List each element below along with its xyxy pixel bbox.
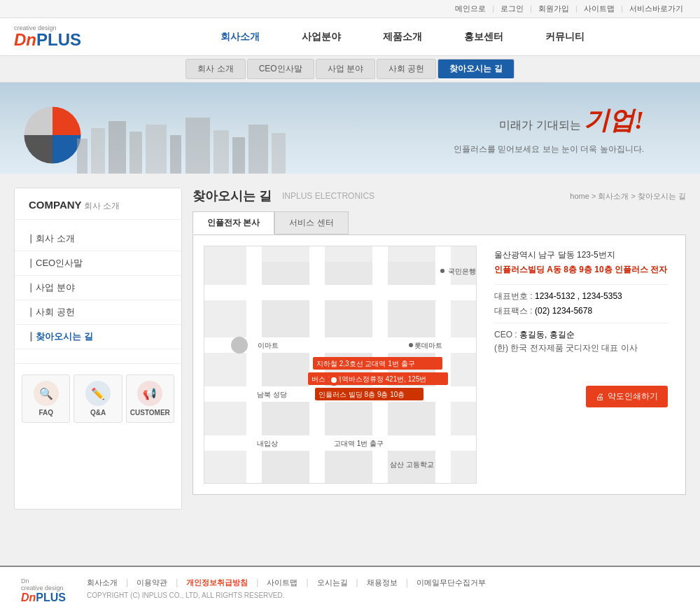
faq-button[interactable]: 🔍 FAQ (22, 374, 70, 423)
footer-link-privacy[interactable]: 개인정보취급방침 (186, 578, 248, 588)
topbar-link-sitemap[interactable]: 사이트맵 (584, 4, 615, 13)
footer-link-email[interactable]: 이메일무단수집거부 (416, 578, 486, 588)
map-content-area: 국민은행 이마트 롯데마트 남북 성당 인플 헤어샵 (192, 234, 686, 495)
svg-rect-25 (325, 300, 372, 337)
svg-point-36 (440, 269, 444, 273)
footer-link-company[interactable]: 회사소개 (87, 578, 118, 588)
hero-subtitle: 인플러스를 믿어보세요 보는 눈이 더욱 높아집니다. (454, 144, 644, 155)
svg-rect-1 (77, 139, 88, 174)
topbar-link-main[interactable]: 메인으로 (455, 4, 486, 13)
customer-label: CUSTOMER (130, 409, 170, 416)
svg-text:롯데마트: 롯데마트 (414, 342, 442, 349)
svg-rect-26 (388, 300, 435, 337)
svg-rect-4 (130, 132, 142, 174)
hero-cityscape (70, 111, 294, 174)
fax-row: 대표팩스 : (02) 1234-5678 (494, 305, 668, 317)
subnav-ceo[interactable]: CEO인사말 (247, 59, 314, 79)
svg-text:인플러스 빌딩 8층 9층 10층: 인플러스 빌딩 8층 9층 10층 (318, 391, 405, 398)
subnav-social[interactable]: 사회 공헌 (377, 59, 436, 79)
svg-point-38 (231, 337, 248, 354)
svg-point-54 (331, 377, 337, 383)
svg-rect-22 (325, 262, 372, 285)
subnav-directions[interactable]: 찾아오시는 길 (438, 59, 514, 79)
tel-value: 1234-5132 , 1234-5353 (535, 291, 622, 301)
footer-link-sitemap[interactable]: 사이트맵 (267, 578, 298, 588)
address-line1: 울산광역시 남구 달동 123-5번지 (494, 249, 668, 261)
sidebar-item-ceo[interactable]: CEO인사말 (15, 251, 181, 276)
info-divider-2 (494, 323, 668, 323)
sidebar-item-directions[interactable]: 찾아오시는 길 (15, 325, 181, 349)
address-line2: 인플러스빌딩 A동 8층 9층 10층 인플러스 전자 (494, 264, 668, 276)
tab-headquarters[interactable]: 인플전자 본사 (192, 211, 274, 234)
svg-text:내입상: 내입상 (257, 440, 278, 447)
svg-rect-11 (272, 133, 286, 174)
info-divider-1 (494, 284, 668, 285)
hero-title: 기업! (584, 106, 644, 134)
svg-rect-5 (146, 125, 167, 174)
faq-label: FAQ (26, 409, 66, 416)
svg-rect-8 (214, 130, 229, 174)
qa-label: Q&A (78, 409, 118, 416)
hero-slogan-prefix: 미래가 기대되는 기업! (499, 119, 644, 131)
sidebar-item-social[interactable]: 사회 공헌 (15, 300, 181, 325)
footer-link-terms[interactable]: 이용약관 (136, 578, 167, 588)
svg-rect-34 (325, 451, 372, 484)
svg-rect-30 (262, 402, 309, 435)
sidebar-item-company[interactable]: 회사 소개 (15, 227, 181, 251)
footer-links-area: 회사소개 | 이용약관 | 개인정보취급방침 | 사이트맵 | 오시는길 | 채… (87, 578, 679, 599)
customer-button[interactable]: 📢 CUSTOMER (126, 374, 174, 423)
svg-text:삼산 고등학교: 삼산 고등학교 (390, 461, 434, 468)
logo: creative design DnPLUS (14, 25, 119, 48)
tel-label: 대표번호 : (494, 291, 535, 301)
tab-service-center[interactable]: 서비스 센터 (274, 211, 348, 234)
qa-icon: ✏️ (85, 381, 111, 406)
svg-rect-9 (232, 137, 245, 174)
footer-content: Dn creative design DnPLUS 회사소개 | 이용약관 | … (0, 567, 700, 602)
map-svg: 국민은행 이마트 롯데마트 남북 성당 인플 헤어샵 (204, 246, 477, 484)
nav-community[interactable]: 커뮤니티 (545, 31, 584, 43)
page-title: 찾아오시는 길 (192, 188, 272, 204)
hero-text-area: 미래가 기대되는 기업! 인플러스를 믿어보세요 보는 눈이 더욱 높아집니다. (454, 104, 644, 155)
svg-point-40 (409, 343, 413, 347)
print-button[interactable]: 🖨 약도인쇄하기 (586, 386, 668, 407)
print-label: 약도인쇄하기 (608, 391, 658, 402)
nav-company[interactable]: 회사소개 (220, 31, 260, 43)
subnav-business[interactable]: 사업 분야 (316, 59, 375, 79)
ceo-label: CEO : (494, 330, 519, 340)
nav-pr[interactable]: 홍보센터 (464, 31, 503, 43)
topbar-link-join[interactable]: 회원가입 (538, 4, 569, 13)
fax-label: 대표팩스 : (494, 306, 535, 316)
svg-text:고대역 1번 출구: 고대역 1번 출구 (334, 440, 384, 447)
main-nav: 회사소개 사업분야 제품소개 홍보센터 커뮤니티 (119, 31, 686, 43)
page-title-bar: 찾아오시는 길 INPLUS ELECTRONICS (192, 188, 374, 204)
svg-rect-10 (248, 125, 268, 174)
topbar-link-login[interactable]: 로그인 (500, 4, 524, 13)
svg-rect-3 (108, 121, 126, 174)
svg-rect-21 (262, 262, 309, 285)
svg-rect-24 (262, 300, 309, 337)
ceo-row: CEO : 홍길동, 홍길순 (494, 329, 668, 341)
subnav-company[interactable]: 회사 소개 (186, 59, 245, 79)
nav-products[interactable]: 제품소개 (383, 31, 422, 43)
ceo-value: 홍길동, 홍길순 (519, 330, 575, 340)
footer-link-directions[interactable]: 오시는길 (317, 578, 348, 588)
qa-button[interactable]: ✏️ Q&A (74, 374, 122, 423)
ceo-sub: (한) 한국 전자제품 굿디자인 대표 이사 (494, 342, 668, 354)
footer-logo: Dn creative design DnPLUS (21, 578, 66, 602)
map-display: 국민은행 이마트 롯데마트 남북 성당 인플 헤어샵 (204, 246, 477, 484)
content-spacer (0, 524, 700, 566)
svg-text:남북 성당: 남북 성당 (257, 391, 287, 398)
topbar-link-service[interactable]: 서비스바로가기 (629, 4, 683, 13)
breadcrumb: home > 회사소개 > 찾아오시는 길 (570, 191, 686, 202)
svg-rect-23 (388, 262, 435, 285)
main-content: COMPANY 회사 소개 회사 소개 CEO인사말 사업 분야 사회 공헌 찾… (0, 174, 700, 524)
sidebar-item-business[interactable]: 사업 분야 (15, 276, 181, 300)
footer-link-recruit[interactable]: 채용정보 (367, 578, 398, 588)
svg-rect-7 (186, 118, 210, 174)
footer-logo-brand: DnPLUS (21, 592, 66, 602)
svg-text:국민은행: 국민은행 (448, 267, 476, 275)
footer-nav: 회사소개 | 이용약관 | 개인정보취급방침 | 사이트맵 | 오시는길 | 채… (87, 578, 679, 588)
header: creative design DnPLUS 회사소개 사업분야 제품소개 홍보… (0, 18, 700, 56)
nav-business[interactable]: 사업분야 (302, 31, 341, 43)
footer-logo-tag: creative design (21, 584, 66, 592)
